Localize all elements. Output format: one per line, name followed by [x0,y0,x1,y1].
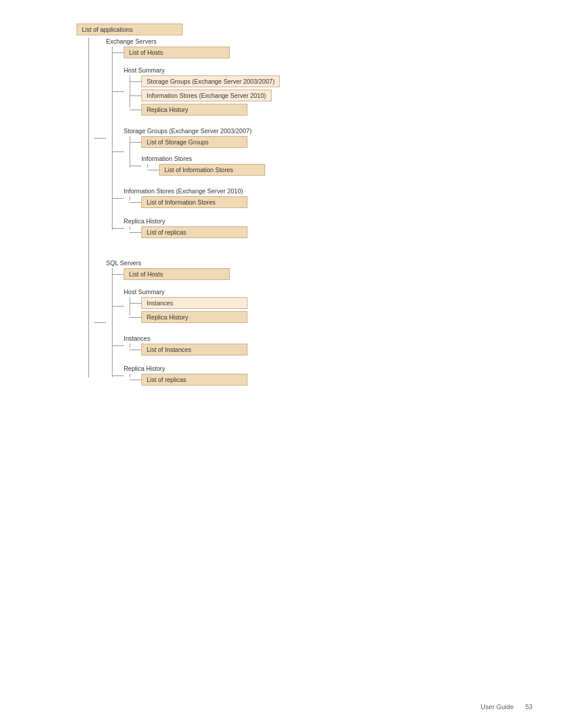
sql-instances-section: Instances List of Instances [124,335,280,355]
exchange-summary-item-1: Information Stores (Exchange Server 2010… [141,90,280,101]
sql-list-hosts: List of Hosts [124,268,230,280]
sql-instances-list: List of Instances [141,344,247,355]
exchange-replica-title: Replica History [124,218,280,225]
exchange-replica-list: List of replicas [141,226,247,238]
exchange-list-hosts-row: List of Hosts [124,47,280,58]
sql-summary-item-1: Replica History [141,311,280,323]
exchange-replica-list-row: List of replicas [141,226,280,238]
exchange-replica-section: Replica History List of replicas [124,218,280,238]
exchange-list-hosts: List of Hosts [124,47,230,58]
exchange-summary-box-0: Storage Groups (Exchange Server 2003/200… [141,75,280,87]
exchange-info-stores-section: Information Stores (Exchange Server 2010… [124,187,280,208]
exchange-is-list: List of Information Stores [141,196,247,208]
footer-page: 53 [525,703,533,710]
sql-replica-title: Replica History [124,365,280,372]
exchange-sg-info-stores-title: Information Stores [141,155,280,162]
exchange-is-list-row: List of Information Stores [141,196,280,208]
sql-summary-box-0: Instances [141,297,247,309]
sql-host-summary-row: Host Summary Instances Replica History [124,288,280,323]
sql-replica-list: List of replicas [141,374,247,386]
sql-section: SQL Servers List of Hosts Host Summary I… [106,259,280,386]
exchange-summary-box-2: Replica History [141,104,247,116]
exchange-is-title: Information Stores (Exchange Server 2010… [124,187,280,195]
root-box: List of applications [77,24,183,35]
sql-replica-section: Replica History List of replicas [124,365,280,386]
exchange-summary-item-2: Replica History [141,104,280,116]
exchange-sg-info-stores-list-row: List of Information Stores [159,164,280,176]
exchange-sg-list-row: List of Storage Groups [141,136,280,148]
page-footer: User Guide 53 [481,703,533,710]
exchange-sg-list: List of Storage Groups [141,136,247,148]
exchange-sg-info-stores-list: List of Information Stores [159,164,265,176]
sql-list-hosts-row: List of Hosts [124,268,280,280]
exchange-sg-title: Storage Groups (Exchange Server 2003/200… [124,127,280,134]
footer-label: User Guide [481,703,514,710]
sql-instances-list-row: List of Instances [141,344,280,355]
diagram: List of applications Exchange Servers Li… [77,24,280,389]
exchange-host-summary-label: Host Summary [124,67,280,74]
sql-title: SQL Servers [106,259,280,266]
exchange-summary-item-0: Storage Groups (Exchange Server 2003/200… [141,75,280,87]
exchange-summary-box-1: Information Stores (Exchange Server 2010… [141,90,272,101]
sql-host-summary-label: Host Summary [124,288,280,295]
exchange-sg-info-stores-row: Information Stores List of Information S… [141,155,280,176]
exchange-host-summary-row: Host Summary Storage Groups (Exchange Se… [124,67,280,116]
exchange-storage-groups-section: Storage Groups (Exchange Server 2003/200… [124,127,280,176]
sql-replica-list-row: List of replicas [141,374,280,386]
sql-summary-item-0: Instances [141,297,280,309]
exchange-section: Exchange Servers List of Hosts Host Summ… [106,38,280,238]
exchange-title: Exchange Servers [106,38,280,45]
sql-instances-title: Instances [124,335,280,342]
sql-summary-box-1: Replica History [141,311,247,323]
root-node: List of applications [77,24,280,35]
